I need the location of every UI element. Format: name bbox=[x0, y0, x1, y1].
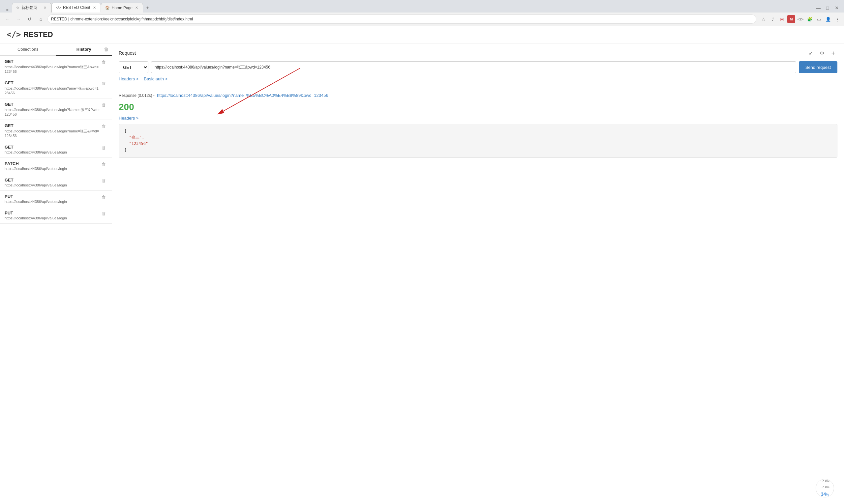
tab-new-tab-close[interactable]: ✕ bbox=[43, 5, 47, 11]
app-logo: </> RESTED bbox=[6, 30, 53, 39]
request-section-header: Request ⤢ ⚙ + bbox=[119, 49, 838, 57]
history-method-2: GET bbox=[5, 102, 100, 107]
tab-rested-close[interactable]: ✕ bbox=[92, 5, 97, 11]
method-select[interactable]: GET POST PUT PATCH DELETE bbox=[119, 61, 148, 73]
history-method-1: GET bbox=[5, 80, 100, 85]
restore-btn[interactable]: □ bbox=[823, 3, 832, 13]
history-delete-btn-7[interactable]: 🗑 bbox=[100, 194, 107, 200]
history-item[interactable]: GET https://localhost:44386/api/values/l… bbox=[0, 98, 112, 120]
history-delete-btn-1[interactable]: 🗑 bbox=[100, 80, 107, 87]
sidebar-trash-btn[interactable]: 🗑 bbox=[104, 47, 108, 52]
extensions-icon[interactable]: 🧩 bbox=[806, 15, 814, 23]
network-upload-speed: ↑ 0 K/s bbox=[820, 480, 829, 484]
response-section: Response (0.012s) - https://localhost:44… bbox=[119, 88, 838, 158]
history-list: GET https://localhost:44386/api/values/l… bbox=[0, 56, 112, 504]
app-body: Collections History 🗑 GET https://localh… bbox=[0, 43, 844, 504]
close-browser-btn[interactable]: ✕ bbox=[832, 3, 841, 13]
response-url-link[interactable]: https://localhost:44386/api/values/login… bbox=[157, 93, 328, 98]
tab-home[interactable]: 🏠 Home Page ✕ bbox=[101, 3, 143, 13]
reload-btn[interactable]: ↺ bbox=[25, 15, 34, 24]
history-url-1: https://localhost:44386/api/values/login… bbox=[5, 86, 100, 95]
home-btn[interactable]: ⌂ bbox=[36, 15, 46, 24]
response-body: [ "张三", "123456" ] bbox=[119, 124, 838, 158]
headers-link[interactable]: Headers > bbox=[119, 76, 138, 82]
tab-overflow-btn[interactable]: ≡ bbox=[3, 8, 12, 13]
history-item[interactable]: PATCH https://localhost:44386/api/values… bbox=[0, 158, 112, 174]
address-bar: ← → ↺ ⌂ ☆ ⤴ M M </> 🧩 ▭ 👤 ⋮ bbox=[0, 13, 844, 26]
history-url-8: https://localhost:44386/api/values/login bbox=[5, 216, 67, 220]
tab-new-tab-icon: ☆ bbox=[16, 5, 19, 10]
history-delete-btn-6[interactable]: 🗑 bbox=[100, 178, 107, 184]
history-delete-btn-2[interactable]: 🗑 bbox=[100, 102, 107, 108]
minimize-btn[interactable]: — bbox=[814, 3, 823, 13]
history-delete-btn-5[interactable]: 🗑 bbox=[100, 161, 107, 167]
share-icon[interactable]: ⤴ bbox=[769, 15, 777, 23]
history-item-info-0: GET https://localhost:44386/api/values/l… bbox=[5, 59, 100, 73]
history-item[interactable]: GET https://localhost:44386/api/values/l… bbox=[0, 56, 112, 77]
history-delete-btn-0[interactable]: 🗑 bbox=[100, 59, 107, 65]
add-request-icon[interactable]: + bbox=[829, 49, 838, 57]
json-value-1: "张三", bbox=[124, 135, 144, 140]
tab-home-icon: 🏠 bbox=[105, 5, 110, 10]
forward-btn[interactable]: → bbox=[14, 15, 23, 24]
bookmark-icon[interactable]: ☆ bbox=[760, 15, 768, 23]
history-url-0: https://localhost:44386/api/values/login… bbox=[5, 65, 100, 73]
gmail-icon[interactable]: M bbox=[778, 15, 786, 23]
menu-icon[interactable]: ⋮ bbox=[833, 15, 841, 23]
history-item-info-1: GET https://localhost:44386/api/values/l… bbox=[5, 80, 100, 95]
history-url-4: https://localhost:44386/api/values/login bbox=[5, 150, 67, 154]
history-item-info-4: GET https://localhost:44386/api/values/l… bbox=[5, 145, 67, 154]
tab-rested[interactable]: </> RESTED Client ✕ bbox=[51, 3, 101, 13]
tab-rested-icon: </> bbox=[56, 5, 61, 10]
history-item[interactable]: GET https://localhost:44386/api/values/l… bbox=[0, 174, 112, 191]
history-method-4: GET bbox=[5, 145, 67, 149]
history-url-7: https://localhost:44386/api/values/login bbox=[5, 200, 67, 203]
app-header: </> RESTED bbox=[0, 26, 844, 43]
json-open-bracket: [ bbox=[124, 129, 126, 133]
address-input[interactable] bbox=[48, 15, 756, 24]
sidebar-tab-collections[interactable]: Collections bbox=[0, 43, 56, 55]
settings-icon[interactable]: ⚙ bbox=[817, 49, 826, 57]
main-content: Request ⤢ ⚙ + GET POST PUT PATCH DELETE … bbox=[112, 43, 844, 504]
history-url-3: https://localhost:44386/api/values/login… bbox=[5, 129, 100, 138]
send-request-button[interactable]: Send request bbox=[799, 61, 838, 73]
basic-auth-link[interactable]: Basic auth > bbox=[144, 76, 168, 82]
history-delete-btn-4[interactable]: 🗑 bbox=[100, 145, 107, 151]
browser-chrome: ≡ ☆ 新标签页 ✕ </> RESTED Client ✕ 🏠 Home Pa… bbox=[0, 0, 844, 26]
tab-rested-title: RESTED Client bbox=[63, 5, 90, 10]
history-delete-btn-8[interactable]: 🗑 bbox=[100, 211, 107, 217]
history-delete-btn-3[interactable]: 🗑 bbox=[100, 123, 107, 129]
history-method-5: PATCH bbox=[5, 161, 67, 166]
new-tab-button[interactable]: + bbox=[143, 3, 152, 13]
history-item[interactable]: GET https://localhost:44386/api/values/l… bbox=[0, 120, 112, 141]
mail-icon[interactable]: M bbox=[787, 15, 795, 23]
code-icon[interactable]: </> bbox=[796, 15, 805, 23]
status-code: 200 bbox=[119, 102, 838, 112]
history-item[interactable]: GET https://localhost:44386/api/values/l… bbox=[0, 141, 112, 158]
url-input[interactable] bbox=[151, 61, 796, 73]
history-item-info-7: PUT https://localhost:44386/api/values/l… bbox=[5, 194, 67, 203]
history-method-8: PUT bbox=[5, 211, 67, 215]
tab-bar: ≡ ☆ 新标签页 ✕ </> RESTED Client ✕ 🏠 Home Pa… bbox=[0, 0, 844, 13]
logo-icon: </> bbox=[6, 30, 21, 39]
tab-new-tab-title: 新标签页 bbox=[21, 5, 41, 11]
address-right-icons: ☆ ⤴ M M </> 🧩 ▭ 👤 ⋮ bbox=[760, 15, 841, 23]
history-url-2: https://localhost:44386/api/values/login… bbox=[5, 107, 100, 116]
sidebar-tabs: Collections History 🗑 bbox=[0, 43, 112, 56]
back-btn[interactable]: ← bbox=[3, 15, 12, 24]
history-item-info-6: GET https://localhost:44386/api/values/l… bbox=[5, 178, 67, 187]
history-item[interactable]: GET https://localhost:44386/api/values/l… bbox=[0, 77, 112, 98]
history-method-7: PUT bbox=[5, 194, 67, 199]
sidebar-tab-history[interactable]: History bbox=[56, 43, 112, 55]
links-row: Headers > Basic auth > bbox=[119, 76, 838, 82]
tablet-icon[interactable]: ▭ bbox=[815, 15, 823, 23]
history-item[interactable]: PUT https://localhost:44386/api/values/l… bbox=[0, 191, 112, 207]
response-headers-link[interactable]: Headers > bbox=[119, 115, 838, 121]
tab-new-tab[interactable]: ☆ 新标签页 ✕ bbox=[12, 3, 51, 13]
expand-icon[interactable]: ⤢ bbox=[806, 49, 815, 57]
tab-home-close[interactable]: ✕ bbox=[135, 5, 139, 11]
history-item[interactable]: PUT https://localhost:44386/api/values/l… bbox=[0, 207, 112, 224]
network-percent-suffix: % bbox=[826, 493, 829, 497]
network-percent: 34 bbox=[821, 491, 826, 497]
profile-icon[interactable]: 👤 bbox=[824, 15, 832, 23]
